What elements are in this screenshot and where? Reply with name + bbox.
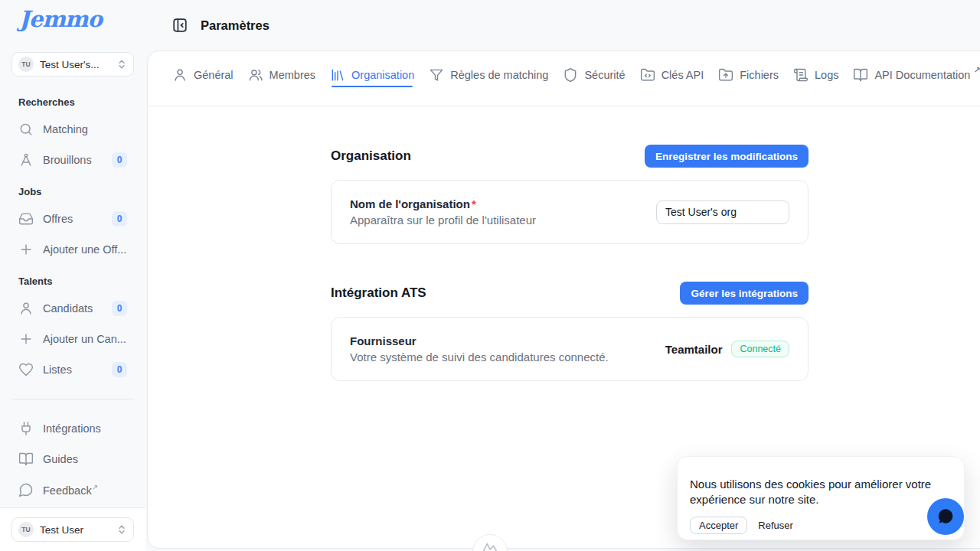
sidebar-item-label: Ajouter une Off... (43, 243, 127, 256)
inbox-icon (18, 211, 34, 227)
sidebar-item-offres[interactable]: Offres 0 (6, 204, 139, 234)
user-avatar: TU (18, 522, 34, 537)
refuse-cookies-button[interactable]: Refuser (758, 520, 793, 531)
sidebar-footer: TU Test User (0, 507, 145, 551)
sidebar: Jemmo TU Test User's... Recherches Match… (0, 0, 145, 551)
organisation-name-card: Nom de l'organisation* Apparaîtra sur le… (331, 180, 808, 244)
connected-status-badge: Connecté (731, 341, 789, 357)
shield-icon (563, 67, 578, 83)
sidebar-item-matching[interactable]: Matching (6, 114, 139, 145)
accept-cookies-button[interactable]: Accepter (690, 517, 747, 534)
sidebar-item-label: Feedback↗ (43, 483, 127, 497)
chat-widget-button[interactable] (927, 498, 964, 535)
users-icon (248, 67, 263, 83)
manage-integrations-button[interactable]: Gérer les intégrations (680, 282, 808, 305)
heart-icon (18, 362, 34, 377)
sidebar-item-label: Brouillons (43, 154, 103, 166)
chat-icon (18, 482, 34, 497)
collapse-sidebar-button[interactable] (170, 15, 190, 35)
tab-membres[interactable]: Membres (248, 51, 315, 98)
nav-section-talents: Talents (6, 276, 139, 287)
library-icon (330, 67, 345, 83)
organisation-name-input[interactable] (656, 201, 789, 224)
ats-section-title: Intégration ATS (331, 285, 426, 301)
provider-label: Fournisseur (350, 334, 609, 347)
count-badge: 0 (112, 211, 127, 227)
ats-section-header: Intégration ATS Gérer les intégrations (331, 282, 808, 305)
sidebar-item-label: Guides (43, 453, 127, 465)
count-badge: 0 (112, 362, 127, 377)
panel-left-collapse-icon (172, 17, 188, 34)
organisation-section-header: Organisation Enregistrer les modificatio… (331, 145, 808, 168)
tab-general[interactable]: Général (172, 51, 234, 98)
sidebar-item-label: Candidats (43, 302, 103, 315)
tab-regles-de-matching[interactable]: Règles de matching (429, 51, 548, 98)
settings-tabbar: Général Membres Organisation Règles de m… (148, 51, 980, 106)
user-icon (18, 301, 34, 316)
filter-icon (429, 67, 444, 83)
user-selector-label: Test User (40, 524, 110, 536)
sidebar-divider (12, 399, 133, 399)
external-link-icon: ↗ (973, 65, 980, 75)
provider-help: Votre système de suivi des candidatures … (350, 350, 609, 364)
chevrons-up-down-icon (116, 524, 127, 535)
plus-icon (18, 331, 34, 347)
sidebar-item-feedback[interactable]: Feedback↗ (6, 474, 139, 505)
tab-api-documentation[interactable]: API Documentation ↗ (853, 51, 980, 98)
scroll-icon (793, 67, 808, 83)
user-icon (172, 67, 188, 83)
folder-code-icon (640, 67, 655, 83)
count-badge: 0 (112, 152, 127, 168)
tab-cles-api[interactable]: Clés API (640, 51, 704, 98)
organisation-name-label: Nom de l'organisation* (350, 197, 536, 210)
chat-bubble-icon (936, 507, 956, 527)
chevrons-up-down-icon (116, 59, 127, 70)
provider-name: Teamtailor (665, 343, 723, 356)
sidebar-item-label: Matching (43, 123, 127, 135)
folder-up-icon (718, 67, 733, 83)
plug-icon (18, 421, 34, 436)
settings-content: Organisation Enregistrer les modificatio… (331, 106, 808, 381)
sidebar-item-brouillons[interactable]: Brouillons 0 (6, 145, 139, 175)
page-title: Paramètres (201, 18, 270, 33)
org-selector-label: Test User's... (40, 59, 110, 70)
required-asterisk: * (472, 197, 476, 210)
sidebar-item-candidats[interactable]: Candidats 0 (6, 293, 139, 324)
organisation-selector[interactable]: TU Test User's... (11, 52, 134, 77)
sidebar-item-guides[interactable]: Guides (6, 444, 139, 474)
sidebar-item-label: Listes (43, 364, 103, 376)
jemmo-logo: Jemmo (0, 0, 145, 32)
sidebar-item-integrations[interactable]: Intégrations (6, 413, 139, 444)
nav-section-recherches: Recherches (6, 96, 139, 108)
sidebar-item-ajouter-candidat[interactable]: Ajouter un Can... (6, 324, 139, 354)
compass-icon (18, 152, 34, 168)
external-link-icon: ↗ (92, 483, 98, 491)
organisation-section-title: Organisation (331, 148, 411, 164)
count-badge: 0 (112, 301, 127, 316)
user-selector[interactable]: TU Test User (11, 517, 134, 542)
sidebar-item-ajouter-offre[interactable]: Ajouter une Off... (6, 234, 139, 265)
book-icon (18, 452, 34, 467)
sidebar-item-label: Ajouter un Can... (43, 333, 127, 345)
search-icon (18, 122, 34, 137)
sidebar-item-label: Intégrations (43, 422, 127, 435)
plus-icon (18, 242, 34, 257)
tab-securite[interactable]: Sécurité (563, 51, 625, 98)
tab-fichiers[interactable]: Fichiers (718, 51, 779, 98)
sidebar-item-listes[interactable]: Listes 0 (6, 354, 139, 385)
sidebar-nav: Recherches Matching Brouillons 0 Jobs Of… (0, 77, 145, 536)
save-changes-button[interactable]: Enregistrer les modifications (645, 145, 808, 168)
nav-section-jobs: Jobs (6, 186, 139, 197)
tab-organisation[interactable]: Organisation (330, 51, 414, 98)
sidebar-item-label: Offres (43, 213, 103, 225)
cookie-message: Nous utilisons des cookies pour améliore… (690, 477, 942, 507)
mountains-icon (482, 540, 498, 551)
book-open-icon (853, 67, 868, 83)
organisation-name-help: Apparaîtra sur le profil de l'utilisateu… (350, 214, 536, 227)
ats-provider-card: Fournisseur Votre système de suivi des c… (331, 317, 808, 381)
cookie-banner: Nous utilisons des cookies pour améliore… (677, 456, 965, 540)
org-avatar: TU (18, 57, 34, 72)
tab-logs[interactable]: Logs (793, 51, 838, 98)
top-bar: Paramètres (145, 0, 980, 51)
